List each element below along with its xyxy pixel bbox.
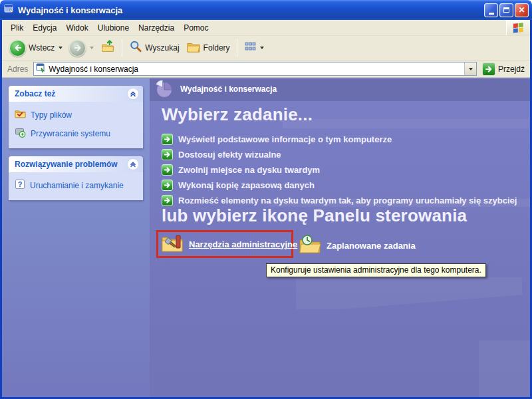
address-page-icon — [36, 63, 46, 75]
sidebar-item-label: Przywracanie systemu — [31, 129, 110, 138]
maximize-icon — [503, 7, 509, 13]
task-label: Dostosuj efekty wizualne — [178, 150, 281, 160]
sidebar-item-label: Typy plików — [31, 110, 72, 120]
views-button[interactable] — [241, 39, 267, 57]
back-label: Wstecz — [29, 43, 55, 53]
folders-icon — [186, 40, 201, 56]
folders-button[interactable]: Foldery — [183, 38, 233, 58]
task-label: Rozmieść elementy na dysku twardym tak, … — [178, 196, 517, 205]
menu-plik[interactable]: Plik — [6, 21, 28, 35]
windows-logo-icon — [506, 20, 530, 35]
task-link-free-disk-space[interactable]: Zwolnij miejsce na dysku twardym — [162, 164, 517, 176]
address-input[interactable]: Wydajność i konserwacja — [33, 62, 477, 76]
go-label: Przejdź — [498, 65, 525, 74]
content-area: Zobacz też — [2, 78, 530, 397]
folder-check-icon — [15, 108, 26, 121]
panel-body: Typy plików Przywracanie systemu — [9, 102, 143, 148]
sidebar-item-label: Uruchamianie i zamykanie — [30, 181, 124, 190]
close-icon: ✕ — [518, 6, 525, 14]
sidebar-item-startup-shutdown[interactable]: ? Uruchamianie i zamykanie — [15, 179, 138, 192]
menu-pomoc[interactable]: Pomoc — [179, 21, 213, 35]
panel-see-also: Zobacz też — [9, 86, 143, 148]
collapse-button[interactable] — [127, 158, 139, 170]
menu-narzedzia[interactable]: Narzędzia — [134, 21, 179, 35]
folders-label: Foldery — [203, 43, 230, 53]
search-icon — [129, 40, 142, 56]
up-button[interactable] — [97, 37, 118, 59]
help-icon: ? — [15, 179, 25, 192]
collapse-button[interactable] — [127, 88, 139, 100]
watermark-shape — [296, 277, 522, 309]
maximize-button[interactable] — [499, 3, 513, 17]
task-link-system-info[interactable]: Wyświetl podstawowe informacje o tym kom… — [162, 134, 517, 145]
toolbar-separator — [237, 39, 237, 57]
search-button[interactable]: Wyszukaj — [126, 38, 182, 58]
scheduled-tasks-icon — [299, 233, 321, 257]
panel-body: ? Uruchamianie i zamykanie — [9, 172, 143, 200]
panel-troubleshooting-header[interactable]: Rozwiązywanie problemów — [9, 156, 143, 172]
address-value: Wydajność i konserwacja — [49, 65, 464, 74]
forward-button[interactable] — [66, 38, 97, 59]
go-button[interactable]: Przejdź — [480, 62, 527, 76]
admin-tools-item[interactable]: Narzędzia administracyjne — [161, 232, 297, 256]
performance-pie-icon — [154, 78, 174, 101]
panel-title: Zobacz też — [15, 89, 55, 98]
folder-up-icon — [100, 39, 115, 57]
toolbar: Wstecz — [2, 36, 530, 61]
watermark-shape — [479, 340, 530, 397]
chevron-up-icon — [129, 160, 137, 168]
svg-text:?: ? — [18, 180, 23, 188]
forward-icon — [69, 40, 86, 57]
chevron-down-icon — [469, 68, 473, 70]
panel-see-also-header[interactable]: Zobacz też — [9, 86, 143, 102]
sidebar: Zobacz też — [2, 78, 150, 397]
sidebar-item-file-types[interactable]: Typy plików — [15, 108, 138, 121]
green-arrow-icon — [162, 164, 173, 176]
task-list: Wyświetl podstawowe informacje o tym kom… — [162, 134, 517, 206]
views-dropdown-icon — [260, 47, 264, 49]
views-icon — [244, 41, 256, 55]
panel-title: Rozwiązywanie problemów — [15, 160, 118, 169]
admin-tools-icon — [161, 232, 184, 256]
toolbar-separator — [122, 39, 122, 57]
main-pane: Wydajność i konserwacja Wybierz zadanie.… — [150, 78, 530, 397]
tasks-heading: Wybierz zadanie... — [162, 104, 313, 125]
icons-heading: lub wybierz ikonę Panelu sterowania — [162, 205, 467, 226]
back-dropdown-icon — [59, 47, 63, 49]
forward-dropdown-icon — [90, 47, 94, 49]
green-arrow-icon — [162, 195, 173, 206]
task-label: Wyświetl podstawowe informacje o tym kom… — [178, 134, 392, 144]
green-arrow-icon — [162, 134, 173, 145]
window-title: Wydajność i konserwacja — [18, 5, 122, 15]
explorer-window: Wydajność i konserwacja ✕ Plik Edycja Wi… — [0, 0, 532, 399]
panel-troubleshooting: Rozwiązywanie problemów ? — [9, 156, 143, 200]
app-icon — [4, 3, 15, 17]
back-icon — [9, 40, 26, 57]
system-restore-icon — [15, 127, 26, 140]
task-link-visual-effects[interactable]: Dostosuj efekty wizualne — [162, 149, 517, 160]
chevron-up-icon — [129, 90, 137, 98]
address-dropdown-button[interactable] — [464, 63, 476, 75]
green-arrow-icon — [162, 149, 173, 160]
close-button[interactable]: ✕ — [515, 3, 529, 17]
task-link-defragment[interactable]: Rozmieść elementy na dysku twardym tak, … — [162, 195, 517, 206]
menu-ulubione[interactable]: Ulubione — [93, 21, 134, 35]
menu-widok[interactable]: Widok — [61, 21, 92, 35]
page-title: Wydajność i konserwacja — [180, 84, 277, 94]
menu-bar: Plik Edycja Widok Ulubione Narzędzia Pom… — [2, 20, 530, 36]
minimize-button[interactable] — [484, 3, 498, 17]
sidebar-item-system-restore[interactable]: Przywracanie systemu — [15, 127, 138, 140]
minimize-icon — [489, 13, 494, 15]
window-frame: Plik Edycja Widok Ulubione Narzędzia Pom… — [0, 20, 532, 399]
menu-edycja[interactable]: Edycja — [28, 21, 61, 35]
admin-tools-label: Narzędzia administracyjne — [189, 239, 297, 249]
titlebar[interactable]: Wydajność i konserwacja ✕ — [0, 0, 532, 20]
green-arrow-icon — [162, 180, 173, 191]
task-label: Zwolnij miejsce na dysku twardym — [178, 165, 320, 175]
back-button[interactable]: Wstecz — [6, 38, 66, 59]
scheduled-tasks-item[interactable]: Zaplanowane zadania — [299, 233, 416, 257]
task-link-backup[interactable]: Wykonaj kopię zapasową danych — [162, 180, 517, 191]
address-bar: Adres Wydajność i konserwacja Przejdź — [2, 61, 530, 78]
watermark-shape — [283, 119, 529, 128]
scheduled-tasks-label: Zaplanowane zadania — [327, 241, 416, 251]
